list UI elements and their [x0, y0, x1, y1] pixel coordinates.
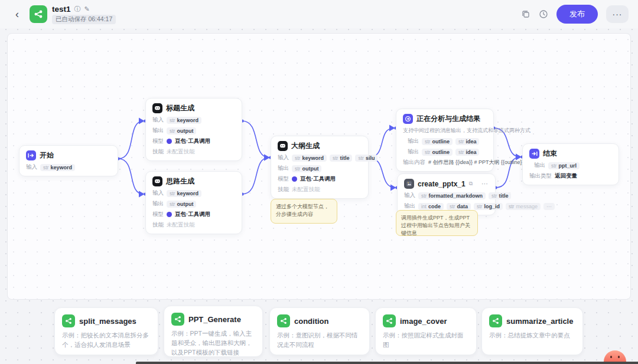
row-label: 输出 — [534, 162, 545, 169]
var-badge: stroutput — [167, 201, 196, 208]
card-desc: 示例：意图识别，根据不同情况走不同流程 — [277, 331, 362, 350]
row-label: 输入 — [152, 189, 164, 197]
row-label: 输入 — [278, 154, 289, 162]
workflow-title: test1 — [52, 5, 71, 14]
node-title: 大纲生成 — [291, 141, 320, 151]
template-card-condition[interactable]: condition 示例：意图识别，根据不同情况走不同流程 — [269, 307, 370, 355]
var-badge: strtitle — [330, 155, 352, 162]
template-card-split-messages[interactable]: split_messages 示例：把较长的文本消息拆分多个，适合拟人发消息场景 — [54, 307, 158, 355]
row-label: 技能 — [152, 221, 164, 229]
card-title: split_messages — [79, 317, 136, 326]
row-label: 输入 — [152, 116, 164, 124]
plugin-badge-icon: ⧉ — [469, 181, 473, 187]
model-dot-icon — [167, 212, 172, 217]
workflow-icon — [171, 313, 184, 326]
card-desc: 示例：按照固定样式生成封面图 — [383, 331, 469, 350]
assistant-mascot[interactable] — [604, 350, 626, 362]
publish-button[interactable]: 发布 — [556, 5, 598, 24]
var-badge: stroutput — [167, 127, 196, 135]
var-badge: strkeyword — [167, 190, 201, 197]
workflow-app-icon — [30, 5, 47, 23]
top-bar: ‹ test1 ⓘ ✎ 已自动保存 06:44:17 发布 ··· — [0, 0, 638, 28]
card-title: image_cover — [400, 317, 447, 326]
row-label: 技能 — [278, 186, 289, 194]
node-outline-gen[interactable]: 大纲生成 输入 strkeyword strtitle strsilu 输出 s… — [271, 136, 369, 199]
node-start[interactable]: 开始 输入 strkeyword — [19, 145, 118, 176]
card-desc: 示例：总结提炼文章中的要点 — [489, 331, 575, 340]
sticky-note[interactable]: 通过多个大模型节点，分步骤生成内容 — [271, 199, 337, 224]
card-title: PPT_Generate — [188, 315, 241, 324]
row-label: 输出类型 — [529, 172, 552, 180]
node-end[interactable]: 结束 输出 strppt_url 输出类型 返回变量 — [522, 143, 619, 185]
message-icon — [403, 114, 413, 124]
llm-icon — [152, 176, 162, 186]
node-title: 开始 — [40, 150, 54, 160]
model-name: 豆包·工具调用 — [175, 211, 210, 218]
skill-value: 未配置技能 — [292, 186, 320, 194]
info-icon[interactable]: ⓘ — [74, 6, 81, 12]
var-badge: strkeyword — [167, 117, 201, 124]
template-card-image-cover[interactable]: image_cover 示例：按照固定样式生成封面图 — [375, 307, 477, 355]
model-dot-icon — [167, 139, 172, 144]
node-title: create_pptx_1 — [418, 180, 466, 188]
row-label: 输出 — [278, 165, 289, 172]
node-title: 标题生成 — [166, 103, 194, 113]
row-label: 模型 — [152, 137, 164, 145]
copy-icon — [521, 9, 530, 19]
card-desc: 示例：PPT一键生成，输入主题和受众，输出思路和大纲，以及PPT模板的下载链接 — [171, 329, 255, 357]
duplicate-button[interactable] — [521, 9, 530, 19]
autosave-badge: 已自动保存 06:44:17 — [52, 15, 116, 24]
var-badge: strsilu — [355, 155, 377, 162]
output-content-value: # 创作思路 {{idea}} # PPT大纲 {{outline}} — [428, 159, 524, 166]
node-title-gen[interactable]: 标题生成 输入 strkeyword 输出 stroutput 模型 豆包·工具… — [145, 98, 242, 161]
history-button[interactable] — [539, 9, 548, 19]
workflow-icon — [383, 314, 396, 327]
template-card-ppt-generate[interactable]: PPT_Generate 示例：PPT一键生成，输入主题和受众，输出思路和大纲，… — [164, 306, 263, 357]
back-icon: ‹ — [15, 8, 19, 20]
node-title: 思路生成 — [166, 176, 194, 186]
header-more-button[interactable]: ··· — [606, 5, 629, 23]
var-badge: stroutline — [422, 149, 453, 156]
sticky-note[interactable]: 调用插件生成PPT，生成PPT过程中用输出节点告知用户关键信息 — [396, 210, 478, 236]
bottom-bar — [136, 362, 638, 364]
card-title: summarize_article — [506, 317, 573, 326]
workflow-icon — [489, 314, 502, 327]
var-badge: strkeyword — [292, 155, 327, 162]
title-block: test1 ⓘ ✎ 已自动保存 06:44:17 — [52, 5, 116, 24]
node-idea-gen[interactable]: 思路生成 输入 strkeyword 输出 stroutput 模型 豆包·工具… — [145, 171, 242, 234]
row-label: 输出 — [404, 202, 415, 210]
node-create-pptx[interactable]: create_pptx_1 ⧉ ⋯ 输入 strformatted_markdo… — [397, 173, 496, 215]
var-badge: stroutline — [422, 138, 453, 145]
overflow-badge: ⋯ — [543, 203, 555, 210]
var-badge: stridea — [455, 149, 479, 156]
llm-icon — [152, 103, 162, 113]
var-badge: strlog_id — [474, 203, 503, 210]
node-message[interactable]: 正在分析与生成结果 支持中间过程的消息输出，支持流式和非流式两种方式 输出 st… — [396, 109, 494, 172]
edit-icon[interactable]: ✎ — [84, 6, 90, 12]
node-desc: 支持中间过程的消息输出，支持流式和非流式两种方式 — [403, 127, 487, 135]
llm-icon — [278, 141, 288, 151]
end-icon — [529, 149, 539, 159]
var-badge: strmessage — [506, 203, 541, 210]
back-button[interactable]: ‹ — [9, 6, 25, 22]
skill-value: 未配置技能 — [167, 148, 195, 156]
plugin-icon — [404, 179, 414, 189]
row-label: 模型 — [152, 211, 164, 218]
var-badge: strppt_url — [548, 162, 580, 169]
model-dot-icon — [292, 176, 297, 182]
row-label: 输入 — [404, 192, 415, 199]
template-card-summarize-article[interactable]: summarize_article 示例：总结提炼文章中的要点 — [481, 307, 583, 355]
node-more-button[interactable]: ⋯ — [478, 180, 489, 188]
workflow-icon — [277, 314, 290, 327]
card-desc: 示例：把较长的文本消息拆分多个，适合拟人发消息场景 — [62, 331, 151, 350]
note-text: 调用插件生成PPT，生成PPT过程中用输出节点告知用户关键信息 — [401, 215, 470, 236]
skill-value: 未配置技能 — [167, 221, 195, 229]
row-label: 输出 — [408, 148, 419, 156]
row-label: 技能 — [152, 148, 164, 156]
var-badge: strdata — [447, 203, 471, 210]
card-title: condition — [294, 317, 329, 326]
var-badge: stridea — [455, 138, 479, 145]
row-label: 输入 — [26, 163, 37, 171]
row-label: 输出 — [152, 200, 164, 208]
clock-icon — [539, 9, 548, 19]
